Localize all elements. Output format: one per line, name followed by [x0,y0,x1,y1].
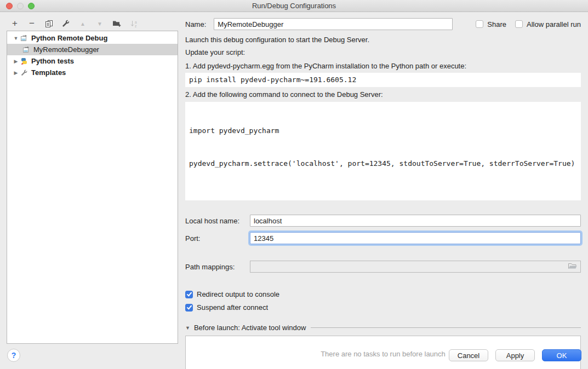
collapsed-caret-icon[interactable]: ▶ [12,59,20,64]
sort-alphabetically-icon: az [129,19,139,28]
expanded-caret-icon[interactable]: ▼ [12,36,20,41]
settrace-code-block: import pydevd_pycharm pydevd_pycharm.set… [185,102,581,200]
tree-item-templates[interactable]: ▶ Templates [7,67,178,78]
zoom-window-button[interactable] [28,3,35,9]
add-configuration-button[interactable]: + [10,19,20,28]
traffic-lights [6,3,35,9]
ok-button[interactable]: OK [542,349,581,361]
edit-templates-wrench-icon[interactable] [61,19,71,28]
tree-item-label: Templates [30,68,66,77]
tree-item-label: Python tests [30,57,74,65]
share-checkbox-group[interactable]: Share [476,20,506,28]
run-configuration-icon [22,46,32,53]
pip-install-code: pip install pydevd-pycharm~=191.6605.12 [185,73,581,87]
suspend-after-connect-checkbox[interactable] [185,304,193,312]
before-launch-header[interactable]: ▼ Before launch: Activate tool window [185,324,581,332]
port-row: Port: [185,232,581,244]
configurations-toolbar: + − ▲ ▼ az [7,16,178,31]
browse-folder-icon[interactable] [568,262,578,272]
dialog-content: + − ▲ ▼ az ▼ [0,12,588,344]
allow-parallel-run-label: Allow parallel run [527,20,581,28]
step1-text: 1. Add pydevd-pycharm.egg from the PyCha… [185,60,581,72]
name-row: Name: Share Allow parallel run [185,18,581,30]
suspend-after-connect-label: Suspend after connect [197,303,268,312]
redirect-output-row[interactable]: Redirect output to console [185,290,581,298]
configuration-editor: Name: Share Allow parallel run Launch th… [178,12,588,344]
path-mappings-field[interactable] [250,261,581,273]
name-label: Name: [185,20,206,28]
tree-item-myremotedebugger[interactable]: MyRemoteDebugger [7,44,178,55]
before-launch-collapse-icon[interactable]: ▼ [185,325,190,331]
name-input[interactable] [214,18,453,30]
share-label: Share [487,20,506,28]
svg-text:z: z [135,24,136,28]
apply-button[interactable]: Apply [495,349,535,361]
local-host-label: Local host name: [185,217,250,225]
run-debug-configurations-dialog: Run/Debug Configurations + − ▲ ▼ az [0,0,588,369]
move-down-button: ▼ [95,19,105,28]
local-host-input[interactable] [250,215,581,227]
footer-buttons: Cancel Apply OK [449,349,581,361]
redirect-output-checkbox[interactable] [185,291,193,298]
configurations-sidebar: + − ▲ ▼ az ▼ [0,12,178,344]
close-window-button[interactable] [6,3,13,9]
tree-item-label: Python Remote Debug [30,34,107,42]
port-label: Port: [185,234,250,243]
redirect-output-label: Redirect output to console [197,290,279,298]
suspend-after-connect-row[interactable]: Suspend after connect [185,303,581,312]
dialog-footer: ? Cancel Apply OK [0,344,588,369]
allow-parallel-run-checkbox-group[interactable]: Allow parallel run [515,20,581,28]
window-title: Run/Debug Configurations [252,2,336,10]
remove-configuration-button[interactable]: − [27,19,37,28]
tree-item-python-remote-debug[interactable]: ▼ Python Remote Debug [7,32,178,44]
collapsed-caret-icon[interactable]: ▶ [12,70,20,76]
move-up-button: ▲ [78,19,88,28]
local-host-row: Local host name: [185,215,581,227]
description-text: Launch this debug configuration to start… [185,33,581,46]
allow-parallel-run-checkbox[interactable] [515,20,523,28]
svg-text:a: a [135,20,137,24]
cancel-button[interactable]: Cancel [449,349,488,361]
python-tests-icon [20,57,30,65]
settrace-code-line2: pydevd_pycharm.settrace('localhost', por… [189,158,577,169]
tree-item-python-tests[interactable]: ▶ Python tests [7,55,178,67]
title-bar: Run/Debug Configurations [0,0,588,12]
share-checkbox[interactable] [476,20,483,28]
templates-wrench-icon [20,69,30,77]
path-mappings-row: Path mappings: [185,261,581,273]
before-launch-title: Before launch: Activate tool window [194,324,306,332]
copy-configuration-icon[interactable] [44,19,54,28]
configurations-tree: ▼ Python Remote Debug MyRemoteDebugger ▶ [7,31,178,344]
run-configuration-icon [20,34,30,42]
step2-text: 2. Add the following command to connect … [185,88,581,101]
settrace-code-line1: import pydevd_pycharm [189,125,577,136]
before-launch-divider [311,327,581,328]
update-script-text: Update your script: [185,46,581,59]
port-input[interactable] [250,232,581,244]
tree-item-label: MyRemoteDebugger [32,45,99,54]
minimize-window-button [17,3,24,9]
new-folder-icon[interactable] [112,19,122,28]
help-button[interactable]: ? [7,349,20,362]
path-mappings-label: Path mappings: [185,263,250,271]
